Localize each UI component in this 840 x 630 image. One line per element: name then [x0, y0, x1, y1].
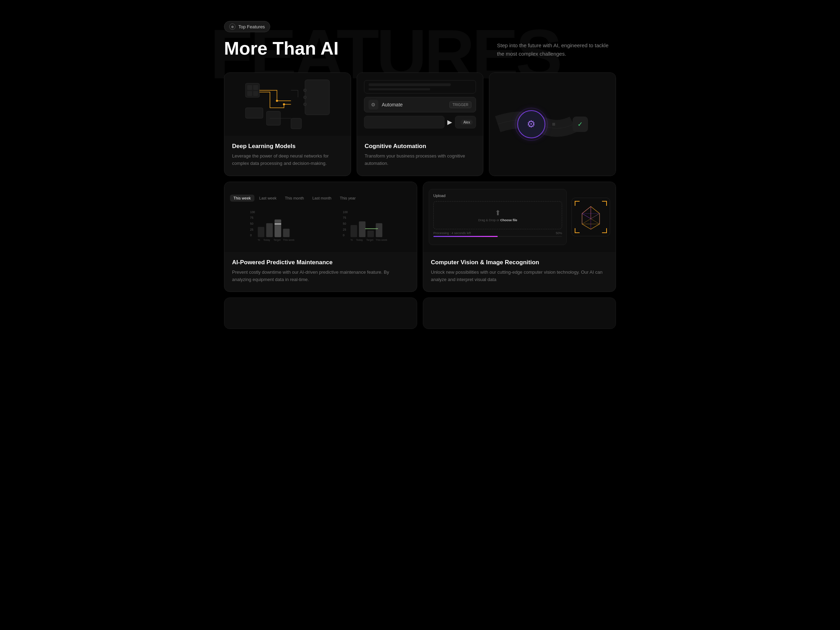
chart-1: 100 75 50 25 0 [230, 206, 319, 244]
deep-learning-title: Deep Learning Models [232, 143, 343, 150]
chart-tabs: This week Last week This month Last mont… [230, 194, 359, 202]
svg-rect-3 [253, 85, 258, 90]
svg-point-11 [283, 103, 285, 105]
svg-rect-22 [266, 223, 273, 237]
svg-text:25: 25 [250, 227, 254, 231]
svg-text:Today: Today [263, 238, 270, 242]
advanced-nlp-content: Advanced NLP Go beyond basic NLP with ou… [489, 176, 616, 176]
chart-2: 100 75 50 25 0 [323, 206, 411, 244]
tab-last-week[interactable]: Last week [256, 194, 280, 202]
svg-point-9 [303, 103, 306, 106]
predictive-maintenance-title: AI-Powered Predictive Maintenance [232, 259, 409, 266]
main-title: More Than AI [224, 38, 338, 58]
svg-point-8 [303, 96, 306, 99]
advanced-nlp-card: ⚙ ✓ Advanced NLP Go beyond basic NLP wit… [489, 73, 616, 176]
predictive-maintenance-desc: Prevent costly downtime with our AI-driv… [232, 269, 409, 284]
progress-percent: 50% [556, 231, 562, 235]
svg-text:75: 75 [250, 216, 254, 219]
deep-learning-desc: Leverage the power of deep neural networ… [232, 153, 343, 167]
svg-rect-4 [247, 91, 252, 96]
svg-point-7 [303, 89, 306, 92]
upload-title: Upload [433, 194, 562, 198]
top-cards-row: Deep Learning Models Leverage the power … [224, 73, 616, 176]
svg-text:0: 0 [343, 234, 345, 237]
svg-text:0: 0 [250, 234, 252, 237]
nlp-check-box: ✓ [573, 117, 588, 132]
predictive-maintenance-card: This week Last week This month Last mont… [224, 182, 417, 292]
cognitive-automation-content: Cognitive Automation Transform your busi… [357, 136, 483, 176]
svg-text:100: 100 [343, 210, 348, 213]
svg-rect-38 [368, 230, 374, 237]
svg-rect-5 [253, 91, 258, 96]
svg-rect-24 [283, 229, 290, 237]
gear-icon: ⚙ [527, 118, 535, 130]
deep-learning-visual [224, 73, 351, 136]
automate-label: Automate [382, 102, 446, 107]
svg-text:Target: Target [366, 238, 373, 242]
svg-rect-15 [291, 118, 302, 129]
advanced-nlp-visual: ⚙ ✓ [489, 73, 616, 176]
top-features-badge: ⊕ Top Features [224, 21, 270, 32]
computer-vision-card: Upload ⬆ Drag & Drop or Choose file Proc… [423, 182, 616, 292]
cognitive-automation-desc: Transform your business processes with c… [365, 153, 476, 167]
header-description: Step into the future with AI, engineered… [497, 38, 616, 58]
svg-rect-21 [258, 227, 265, 237]
computer-vision-visual: Upload ⬆ Drag & Drop or Choose file Proc… [423, 182, 616, 252]
svg-text:%: % [258, 238, 261, 242]
svg-text:This week: This week [376, 238, 387, 242]
svg-text:Target: Target [273, 238, 280, 242]
tab-this-week[interactable]: This week [230, 194, 254, 202]
svg-text:100: 100 [250, 210, 255, 213]
svg-marker-47 [582, 207, 591, 219]
svg-text:Today: Today [356, 238, 363, 242]
cognitive-automation-card: ⚙ Automate TRIGGER ▶ Alex Cognitive Aut [357, 73, 484, 176]
computer-vision-title: Computer Vision & Image Recognition [431, 259, 608, 266]
mesh-visualization [572, 198, 610, 236]
svg-rect-2 [247, 85, 252, 90]
corner-bl [575, 228, 579, 233]
footer-cards-row [224, 297, 616, 329]
corner-tl [575, 201, 579, 206]
nlp-connector-dot [552, 123, 555, 126]
svg-marker-46 [591, 207, 600, 219]
user-badge: Alex [461, 120, 473, 125]
cognitive-automation-visual: ⚙ Automate TRIGGER ▶ Alex [357, 73, 483, 136]
svg-text:This week: This week [283, 238, 295, 242]
header-section: More Than AI Step into the future with A… [224, 38, 616, 58]
bottom-cards-row: This week Last week This month Last mont… [224, 182, 616, 292]
choose-file-link[interactable]: Choose file [500, 218, 517, 222]
tab-this-month[interactable]: This month [281, 194, 307, 202]
computer-vision-desc: Unlock new possibilities with our cuttin… [431, 269, 608, 284]
svg-text:50: 50 [250, 222, 254, 226]
svg-rect-39 [376, 223, 382, 237]
badge-label: Top Features [238, 24, 265, 29]
svg-text:50: 50 [343, 222, 346, 226]
svg-point-10 [276, 100, 278, 102]
svg-text:25: 25 [343, 227, 346, 231]
computer-vision-content: Computer Vision & Image Recognition Unlo… [423, 252, 616, 292]
nlp-gear-circle: ⚙ [517, 110, 545, 138]
footer-card-left [224, 297, 417, 329]
svg-rect-36 [351, 225, 357, 237]
drag-text: Drag & Drop or Choose file [478, 218, 517, 222]
tab-last-month[interactable]: Last month [309, 194, 335, 202]
predictive-maintenance-content: AI-Powered Predictive Maintenance Preven… [224, 252, 417, 292]
processing-text: Processing : 4 seconds left [433, 231, 471, 235]
corner-tr [602, 201, 607, 206]
predictive-maintenance-visual: This week Last week This month Last mont… [224, 182, 417, 252]
svg-rect-37 [359, 221, 366, 237]
footer-card-right [423, 297, 616, 329]
svg-rect-12 [245, 108, 263, 118]
trigger-btn[interactable]: TRIGGER [449, 101, 472, 108]
deep-learning-card: Deep Learning Models Leverage the power … [224, 73, 351, 176]
tab-this-year[interactable]: This year [336, 194, 359, 202]
svg-rect-6 [305, 80, 329, 115]
deep-learning-content: Deep Learning Models Leverage the power … [224, 136, 351, 176]
svg-rect-25 [275, 219, 281, 237]
corner-br [602, 228, 607, 233]
badge-icon: ⊕ [229, 24, 235, 30]
svg-text:75: 75 [343, 216, 346, 219]
svg-text:%: % [351, 238, 353, 242]
cognitive-automation-title: Cognitive Automation [365, 143, 476, 150]
